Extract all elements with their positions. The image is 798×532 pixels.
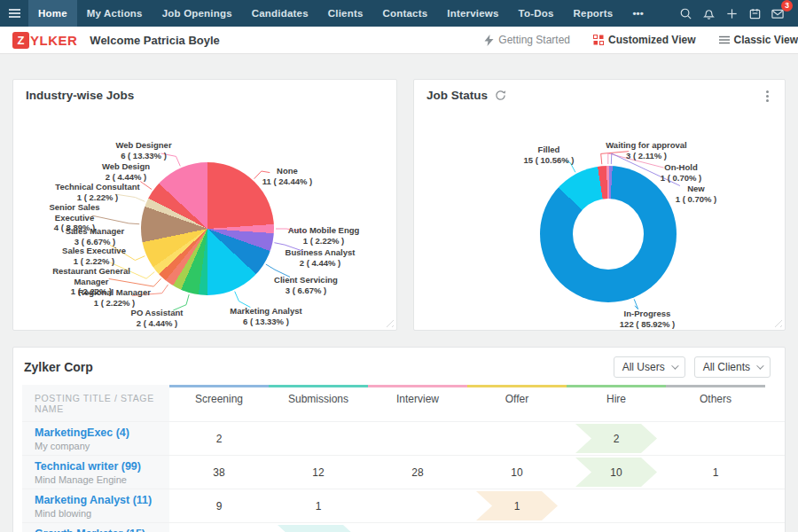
posting-title-link[interactable]: Growth Marketer (15) [35,528,145,532]
client-name-label: My company [35,441,90,451]
stage-count-cell: 1 [269,489,368,522]
stage-count-cell: 10 [567,456,666,489]
nav-item-home[interactable]: Home [28,0,77,27]
donut-hole [573,199,644,270]
chart-slice-label: Restaurant General Manager 1 ( 2.22% ) [52,266,130,297]
welcome-message: Welcome Patricia Boyle [90,34,219,47]
nav-right-icons: 3 [674,0,798,27]
pie-chart-graphic[interactable] [141,162,274,295]
nav-item--[interactable]: ••• [622,0,653,27]
logo-wordmark: YLKER [30,33,77,48]
stage-count-cell: 1 [666,523,765,532]
hamburger-menu-icon[interactable] [0,0,28,27]
stage-count-cell [368,523,467,532]
chart-slice-label: Web Design 2 ( 4.44% ) [102,161,150,182]
all-clients-dropdown[interactable]: All Clients [694,356,771,378]
stage-highlight-ribbon: 5 [278,525,359,532]
stage-highlight-ribbon: 1 [476,491,558,520]
chevron-down-icon [756,362,763,369]
column-header-interview: Interview [368,385,467,421]
logo-z-mark: Z [12,32,29,49]
nav-item-contacts[interactable]: Contacts [373,0,438,27]
stage-count-cell: 12 [269,456,368,489]
all-users-label: All Users [622,361,665,373]
table-title: Zylker Corp [24,360,93,374]
stage-count-cell [666,489,765,522]
nav-item-candidates[interactable]: Candidates [242,0,318,27]
stage-count-cell: 38 [169,456,269,489]
nav-item-job-openings[interactable]: Job Openings [153,0,242,27]
chart-slice-label: None 11 ( 24.44% ) [262,166,313,186]
header-actions: Getting Started Customized View Classic … [484,34,798,46]
column-header-submissions: Submissions [269,385,368,421]
table-row: Marketing Analyst (11)Mind blowing911 [22,489,785,522]
notifications-bell-icon[interactable] [697,0,720,27]
table-header-row: POSTING TITLE / STAGE NAMEScreeningSubmi… [22,385,785,421]
chart-slice-label: New 1 ( 0.70% ) [676,184,716,204]
stage-count-cell: 10 [467,456,567,489]
column-header-screening: Screening [169,385,269,421]
chart-slice-label: Filled 15 ( 10.56% ) [523,145,574,165]
calendar-icon[interactable] [743,0,766,27]
classic-view-label: Classic View [734,34,798,46]
getting-started-label: Getting Started [498,34,570,46]
posting-title-cell: Growth Marketer (15)ACME Corp. [22,523,169,532]
chart-slice-label: Business Analyst 2 ( 4.44% ) [286,247,356,268]
chart-slice-label: PO Assistant 2 ( 4.44% ) [131,308,184,328]
list-icon [719,35,730,44]
table-row: Growth Marketer (15)ACME Corp.951 [22,522,785,532]
classic-view-button[interactable]: Classic View [719,34,798,46]
client-name-label: Mind blowing [35,508,91,519]
nav-item-reports[interactable]: Reports [564,0,623,27]
getting-started-button[interactable]: Getting Started [484,34,570,46]
nav-item-interviews[interactable]: Interviews [437,0,508,27]
posting-title-link[interactable]: Technical writer (99) [35,460,141,473]
table-filters: All Users All Clients [614,356,771,378]
industry-wise-jobs-card: Industry-wise Jobs None 11 ( 24.44% )Aut… [12,79,397,331]
grid-icon [593,35,604,45]
posting-title-link[interactable]: Marketing Analyst (11) [35,494,152,506]
nav-item-clients[interactable]: Clients [318,0,373,27]
stage-count-cell [368,489,467,522]
job-status-chart: Waiting for approval 3 ( 2.11% )On-Hold … [414,80,785,330]
lightning-icon [484,35,494,46]
search-icon[interactable] [674,0,697,27]
nav-item-my-actions[interactable]: My Actions [77,0,153,27]
mail-icon[interactable]: 3 [766,0,789,27]
industry-wise-jobs-chart: None 11 ( 24.44% )Auto Mobile Engg 1 ( 2… [13,80,396,330]
posting-title-link[interactable]: MarketingExec (4) [35,426,129,439]
posting-title-cell: Marketing Analyst (11)Mind blowing [22,489,169,522]
dashboard-main: Industry-wise Jobs None 11 ( 24.44% )Aut… [0,54,798,532]
customized-view-label: Customized View [608,34,695,46]
all-users-dropdown[interactable]: All Users [614,356,685,378]
stage-count-cell: 2 [169,422,269,455]
chevron-down-icon [671,362,678,369]
chart-slice-label: Auto Mobile Engg 1 ( 2.22% ) [288,225,360,246]
stage-count-cell: 28 [368,456,467,489]
page-header: Z YLKER Welcome Patricia Boyle Getting S… [0,27,798,54]
stage-highlight-ribbon: 2 [575,424,657,453]
stage-count-cell: 5 [269,523,368,532]
zylker-logo[interactable]: Z YLKER [12,32,77,49]
chart-slice-label: Waiting for approval 3 ( 2.11% ) [606,140,686,160]
stage-count-cell: 9 [169,489,269,522]
stage-count-cell [467,523,567,532]
pipeline-table: POSTING TITLE / STAGE NAMEScreeningSubmi… [13,385,785,532]
posting-title-cell: Technical writer (99)Mind Manage Engine [22,456,169,489]
column-header-hire: Hire [567,385,666,421]
customized-view-button[interactable]: Customized View [593,34,695,46]
stage-count-cell [467,422,567,455]
zylker-corp-table-card: Zylker Corp All Users All Clients POSTIN… [12,347,786,532]
chart-slice-label: Client Servicing 3 ( 6.67% ) [274,275,338,295]
add-plus-icon[interactable] [720,0,743,27]
mail-badge: 3 [781,0,793,12]
nav-item-to-dos[interactable]: To-Dos [509,0,564,27]
stage-count-cell [567,523,666,532]
stage-count-cell: 1 [467,489,567,522]
stage-count-cell [269,422,368,455]
nav-menu: HomeMy ActionsJob OpeningsCandidatesClie… [28,0,653,27]
column-header-offer: Offer [467,385,567,421]
client-name-label: Mind Manage Engine [35,474,127,485]
chart-slice-label: Technical Consultant 1 ( 2.22% ) [55,182,139,202]
top-navbar: HomeMy ActionsJob OpeningsCandidatesClie… [0,0,798,27]
